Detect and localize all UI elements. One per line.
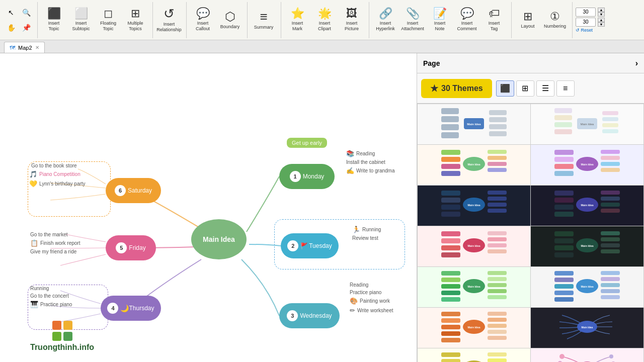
tab-map2-close[interactable]: ✕ (35, 45, 39, 50)
insert-topic-btn[interactable]: ⬛ InsertTopic (41, 4, 67, 36)
svg-rect-70 (488, 249, 507, 253)
pin-tool[interactable]: 📌 (19, 21, 33, 35)
thu-item-1: Running (30, 286, 72, 291)
tag-btn[interactable]: 🏷 InsertTag (481, 4, 507, 36)
theme-card-1[interactable]: Main Idea (418, 104, 530, 144)
width-spin-up[interactable]: ▲ (598, 8, 605, 12)
wednesday-node[interactable]: 3 Wednesday (279, 303, 340, 328)
theme-card-6[interactable]: Main Idea (531, 186, 643, 226)
theme-card-9[interactable]: Main Idea (418, 267, 530, 307)
themes-badge[interactable]: ★ 30 Themes (421, 79, 492, 98)
picture-icon: 🖼 (346, 8, 357, 19)
svg-rect-45 (441, 212, 460, 217)
svg-rect-124 (441, 359, 460, 362)
svg-point-135 (559, 354, 565, 359)
canvas-area[interactable]: Main Idea 6 Saturday 5 Friday 4 🌙 Thursd… (0, 53, 417, 362)
boundary-btn[interactable]: ⬡ Boundary (217, 4, 243, 36)
svg-text:Main Idea: Main Idea (467, 163, 480, 166)
saturday-node[interactable]: 6 Saturday (106, 178, 161, 203)
svg-rect-48 (488, 203, 507, 207)
theme-card-10[interactable]: Main Idea (531, 267, 643, 307)
svg-rect-46 (488, 191, 507, 195)
comment-label: InsertComment (457, 21, 476, 32)
theme-card-13[interactable]: Main Idea (418, 348, 530, 362)
tab-map2-icon: 🗺 (10, 45, 15, 51)
monday-node[interactable]: 1 Monday (279, 164, 335, 189)
height-input[interactable] (576, 18, 596, 27)
svg-rect-108 (441, 312, 460, 316)
theme-view-btn-2[interactable]: ⊞ (516, 80, 534, 97)
insert-subtopic-btn[interactable]: ⬜ InsertSubtopic (68, 4, 94, 36)
main-idea-node[interactable]: Main Idea (191, 219, 247, 259)
write-icon: ✍ (346, 167, 354, 174)
insert-topic-label: InsertTopic (48, 21, 60, 32)
layout-btn[interactable]: ⊞ Layout (515, 4, 541, 36)
boundary-icon: ⬡ (225, 11, 235, 23)
zoom-tool[interactable]: 🔍 (19, 6, 33, 20)
insert-picture-btn[interactable]: 🖼 InsertPicture (339, 4, 365, 36)
theme-card-2[interactable]: Main Idea (531, 104, 643, 144)
tuesday-node[interactable]: 2 🚩 Tuesday (281, 233, 339, 258)
sat-item-3: 💛Lynn's birthday party (29, 180, 86, 188)
relationship-label: InsertRelationship (156, 22, 182, 33)
multiple-topics-btn[interactable]: ⊞ MultipleTopics (122, 4, 148, 36)
svg-rect-3 (441, 124, 459, 130)
comment-btn[interactable]: 💬 InsertComment (454, 4, 480, 36)
theme-card-7[interactable]: Main Idea (418, 226, 530, 266)
friday-label: Friday (129, 244, 145, 251)
svg-rect-78 (601, 231, 620, 235)
theme-card-12[interactable]: Main Idea (531, 308, 643, 348)
svg-rect-14 (554, 129, 572, 134)
svg-rect-12 (554, 115, 572, 120)
note-btn[interactable]: 📝 InsertNote (427, 4, 453, 36)
clipart-label: InsertClipart (318, 21, 331, 32)
theme-view-btn-1[interactable]: ⬛ (496, 80, 514, 97)
theme-card-5[interactable]: Main Idea (418, 186, 530, 226)
summary-label: Summary (254, 25, 274, 30)
insert-callout-btn[interactable]: 💬 InsertCallout (190, 4, 216, 36)
logo-area: Truongthinh.info (30, 321, 94, 352)
svg-rect-88 (441, 297, 460, 302)
hyperlink-btn[interactable]: 🔗 InsertHyperlink (372, 4, 398, 36)
floating-topic-btn[interactable]: ◻ Floating Topic (95, 4, 121, 36)
saturday-badge: 6 (115, 185, 126, 196)
callout-label: InsertCallout (196, 21, 210, 32)
connections-svg (0, 53, 417, 362)
insert-relationship-btn[interactable]: ↺ InsertRelationship (156, 4, 182, 36)
numbering-label: Numbering (544, 24, 566, 29)
theme-card-4[interactable]: Main Idea (531, 145, 643, 185)
width-input[interactable] (576, 8, 596, 17)
friday-node[interactable]: 5 Friday (106, 235, 156, 260)
page-title: Page (423, 59, 440, 67)
attachment-btn[interactable]: 📎 InsertAttachment (399, 4, 426, 36)
pencil-icon: ✏ (350, 307, 355, 314)
svg-rect-103 (601, 283, 620, 287)
height-spin-down[interactable]: ▼ (598, 22, 605, 27)
page-collapse-icon[interactable]: › (635, 59, 638, 68)
numbering-btn[interactable]: ① Numbering (542, 4, 568, 36)
theme-card-14[interactable]: Main Idea (531, 348, 643, 362)
theme-card-8[interactable]: Main Idea (531, 226, 643, 266)
svg-rect-129 (488, 358, 507, 362)
theme-card-3[interactable]: Main Idea (418, 145, 530, 185)
monday-items: 📚Reading Install the cabinet ✍Write to g… (346, 150, 395, 174)
svg-rect-44 (441, 205, 460, 210)
insert-clipart-btn[interactable]: 🌟 InsertClipart (311, 4, 338, 36)
theme-card-11[interactable]: Main Idea (418, 308, 530, 348)
theme-view-btn-4[interactable]: ≡ (556, 80, 575, 97)
thursday-node[interactable]: 4 🌙 Thursday (101, 296, 161, 321)
select-tool[interactable]: ↖ (4, 6, 18, 20)
reset-btn[interactable]: ↺ Reset (576, 28, 593, 33)
svg-rect-67 (488, 231, 507, 235)
summary-btn[interactable]: ≡ Summary (251, 4, 277, 36)
tab-map2[interactable]: 🗺 Map2 ✕ (4, 42, 45, 53)
mon-item-2: Install the cabinet (346, 159, 395, 165)
svg-point-139 (609, 354, 613, 358)
svg-rect-90 (488, 277, 507, 281)
width-spin-down[interactable]: ▼ (598, 12, 605, 17)
insert-mark-btn[interactable]: ⭐ InsertMark (284, 4, 310, 36)
svg-rect-117 (488, 336, 507, 340)
height-spin-up[interactable]: ▲ (598, 18, 605, 22)
theme-view-btn-3[interactable]: ☰ (536, 80, 554, 97)
hand-tool[interactable]: ✋ (4, 21, 18, 35)
